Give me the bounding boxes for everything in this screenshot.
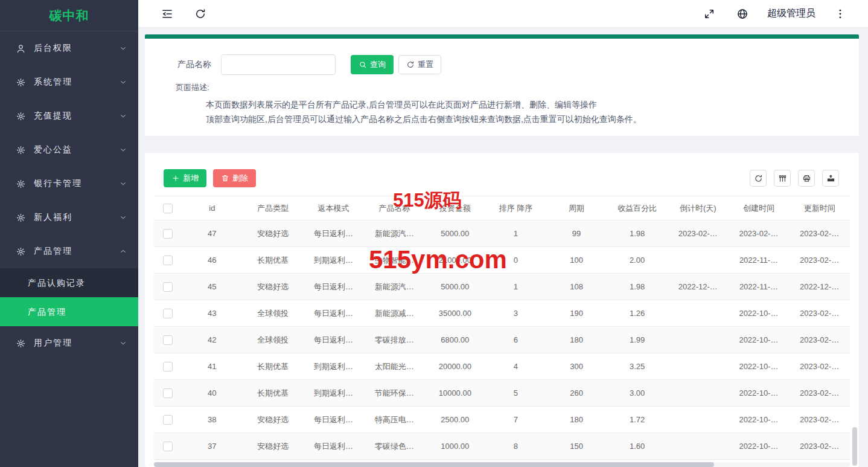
sidebar-item[interactable]: 用户管理 <box>0 326 138 360</box>
sidebar-item[interactable]: 充值提现 <box>0 99 138 133</box>
chevron-down-icon <box>119 146 127 154</box>
add-button[interactable]: 新增 <box>164 169 206 187</box>
cell-cycle: 180 <box>546 407 607 433</box>
gear-icon <box>16 77 26 88</box>
cell-cycle: 108 <box>546 274 607 300</box>
row-checkbox[interactable] <box>163 415 173 425</box>
cell-mode: 每日返利… <box>303 407 364 433</box>
cell-id: 45 <box>182 274 243 300</box>
refresh-icon[interactable] <box>192 5 209 22</box>
cell-cycle: 180 <box>546 327 607 353</box>
row-checkbox[interactable] <box>163 362 173 372</box>
table-row: 47安稳好选每日返利…新能源汽…5000.001991.982023-02-…2… <box>154 221 850 247</box>
columns-button[interactable] <box>774 170 791 187</box>
vertical-scrollbar[interactable] <box>852 427 857 466</box>
cell-created: 2022-11-… <box>729 274 790 300</box>
cell-mode: 到期返利… <box>303 353 364 380</box>
cell-name: 新能源汽… <box>364 221 425 247</box>
column-header[interactable]: 倒计时(天) <box>668 196 729 221</box>
cell-cycle: 99 <box>546 221 607 247</box>
delete-button[interactable]: 删除 <box>213 169 256 187</box>
export-button[interactable] <box>822 170 839 187</box>
cell-id: 43 <box>182 300 243 327</box>
cell-countdown <box>668 433 729 460</box>
column-header[interactable]: 排序 降序 <box>485 196 546 221</box>
products-table: id产品类型返本模式产品名称投资金额排序 降序周期收益百分比倒计时(天)创建时间… <box>154 196 850 460</box>
reset-button[interactable]: 重置 <box>398 55 441 74</box>
column-header[interactable]: 产品类型 <box>243 196 304 221</box>
sidebar-item[interactable]: 后台权限 <box>0 31 138 65</box>
main-area: 超级管理员 产品名称 查询 重置 页面描述: 本页面数据列表展示的 <box>138 0 868 467</box>
cell-name: 零碳绿色… <box>364 433 425 460</box>
sidebar-item[interactable]: 爱心公益 <box>0 133 138 167</box>
column-header[interactable]: 更新时间 <box>789 196 850 221</box>
column-header[interactable]: 周期 <box>546 196 607 221</box>
sidebar-item[interactable]: 新人福利 <box>0 201 138 234</box>
row-checkbox[interactable] <box>163 335 173 345</box>
row-checkbox[interactable] <box>163 309 173 318</box>
cell-cycle: 300 <box>546 353 607 380</box>
admin-name[interactable]: 超级管理员 <box>767 7 815 20</box>
cell-cycle: 190 <box>546 300 607 327</box>
product-name-input[interactable] <box>221 54 336 75</box>
cell-countdown <box>668 300 729 327</box>
column-header[interactable]: 产品名称 <box>364 196 425 221</box>
app-logo: 碳中和 <box>0 0 138 31</box>
query-button-label: 查询 <box>370 59 386 70</box>
cell-created: 2023-02-… <box>729 221 790 247</box>
printer-button[interactable] <box>798 170 815 187</box>
cell-percent: 1.26 <box>607 300 668 327</box>
cell-sort: 8 <box>485 433 546 460</box>
accent-bar <box>145 34 859 39</box>
collapse-menu-icon[interactable] <box>159 5 176 22</box>
chevron-down-icon <box>119 44 127 53</box>
cell-name: 太阳能光… <box>364 353 425 380</box>
cell-percent: 3.00 <box>607 380 668 407</box>
row-checkbox[interactable] <box>163 256 173 265</box>
row-checkbox[interactable] <box>163 388 173 398</box>
row-checkbox[interactable] <box>163 229 173 239</box>
cell-created: 2022-10-… <box>729 433 790 460</box>
cell-amount: 5000.00 <box>425 274 486 300</box>
column-header[interactable]: id <box>182 196 243 221</box>
sidebar-item[interactable]: 产品管理 <box>0 234 138 268</box>
row-checkbox[interactable] <box>163 442 173 451</box>
table-card: 新增 删除 id产品类型返本模式产品名称投资金额排序 降序周期收益百分比倒计时(… <box>145 153 859 467</box>
cell-created: 2022-11-… <box>729 247 790 274</box>
sidebar-subitem[interactable]: 产品管理 <box>0 297 138 326</box>
column-header[interactable]: 创建时间 <box>729 196 790 221</box>
more-vertical-icon[interactable] <box>832 5 849 22</box>
select-all-checkbox[interactable] <box>163 204 173 213</box>
cell-mode: 每日返利… <box>303 433 364 460</box>
sidebar-subitem[interactable]: 产品认购记录 <box>0 268 138 297</box>
horizontal-scrollbar-thumb[interactable] <box>154 462 714 467</box>
sidebar-item[interactable]: 系统管理 <box>0 65 138 99</box>
horizontal-scrollbar-track[interactable] <box>154 462 850 467</box>
cell-percent: 1.72 <box>607 407 668 433</box>
column-header[interactable]: 投资金额 <box>425 196 486 221</box>
chevron-down-icon <box>119 179 127 188</box>
cell-type: 长期优基 <box>243 247 304 274</box>
query-button[interactable]: 查询 <box>351 55 394 74</box>
row-checkbox[interactable] <box>163 282 173 292</box>
chevron-down-icon <box>119 78 127 86</box>
fullscreen-icon[interactable] <box>701 5 718 22</box>
cell-created: 2022-10-… <box>729 353 790 380</box>
description-line: 本页面数据列表展示的是平台所有产品记录,后台管理员可以在此页面对产品进行新增、删… <box>176 97 859 112</box>
table-row: 46长期优基到期返利…生物智能…21000.0001002.002022-11-… <box>154 247 850 274</box>
cell-id: 42 <box>182 327 243 353</box>
chevron-down-icon <box>119 112 127 120</box>
cell-updated: 2023-02-… <box>789 247 850 274</box>
refresh-icon <box>406 60 415 69</box>
table-body: 47安稳好选每日返利…新能源汽…5000.001991.982023-02-…2… <box>154 221 850 460</box>
cell-name: 零碳排放… <box>364 327 425 353</box>
sidebar-submenu: 产品认购记录产品管理 <box>0 268 138 326</box>
column-header[interactable]: 返本模式 <box>303 196 364 221</box>
refresh-button[interactable] <box>750 170 767 187</box>
globe-icon[interactable] <box>734 5 751 22</box>
cell-created: 2022-10-… <box>729 300 790 327</box>
column-header[interactable]: 收益百分比 <box>607 196 668 221</box>
cell-mode: 每日返利… <box>303 221 364 247</box>
sidebar-item[interactable]: 银行卡管理 <box>0 167 138 201</box>
page-content: 产品名称 查询 重置 页面描述: 本页面数据列表展示的是平台所有产品记录,后台管… <box>138 27 868 467</box>
